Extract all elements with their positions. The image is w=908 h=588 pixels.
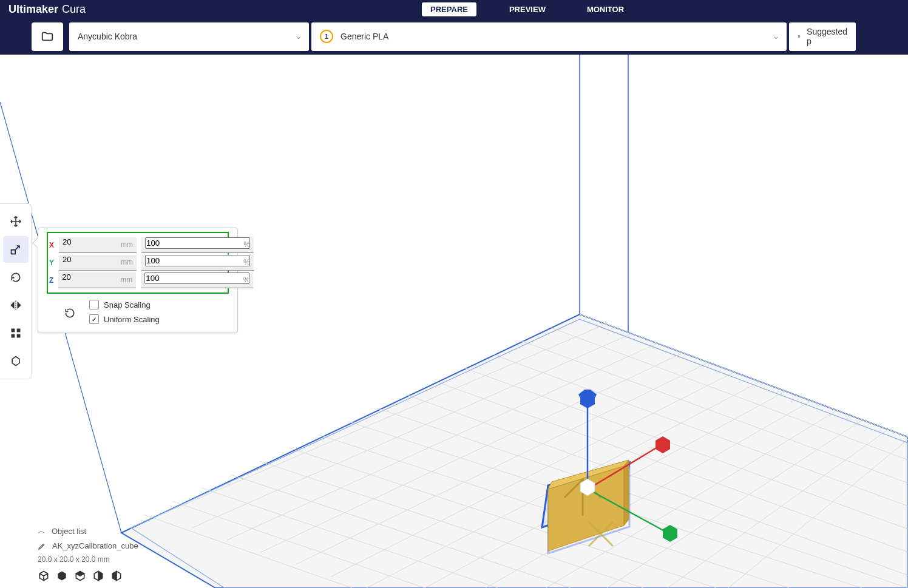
unit-mm: mm <box>121 258 133 266</box>
tool-scale[interactable] <box>3 236 29 263</box>
snap-scaling-checkbox[interactable]: Snap Scaling <box>89 300 160 309</box>
object-list-toggle[interactable]: ︿ Object list <box>38 523 138 539</box>
extruder-badge: 1 <box>320 30 333 43</box>
reset-scale-button[interactable] <box>61 305 78 322</box>
stage-tabs: PREPARE PREVIEW MONITOR <box>422 2 632 16</box>
folder-icon <box>41 30 54 43</box>
scale-y-pct-input[interactable]: % <box>141 255 254 271</box>
uniform-scaling-label: Uniform Scaling <box>104 315 160 324</box>
material-name: Generic PLA <box>340 32 388 41</box>
rotate-icon <box>10 271 22 283</box>
highlighted-region: X mm % Y mm % Z mm % <box>47 232 229 294</box>
view-3d-icon[interactable] <box>38 570 50 582</box>
checkbox-checked-icon <box>89 314 99 324</box>
move-icon <box>10 215 22 228</box>
uniform-scaling-checkbox[interactable]: Uniform Scaling <box>89 314 160 324</box>
view-top-icon[interactable] <box>74 570 86 582</box>
logo-product: Cura <box>62 3 86 16</box>
reset-icon <box>64 307 76 319</box>
object-list-panel: ︿ Object list AK_xyzCalibration_cube 20.… <box>38 523 138 582</box>
scale-options: Snap Scaling Uniform Scaling <box>47 300 229 324</box>
axis-label-x: X <box>49 241 54 249</box>
object-list-item[interactable]: AK_xyzCalibration_cube <box>38 539 138 553</box>
axis-label-y: Y <box>49 259 54 267</box>
tool-support-blocker[interactable] <box>3 348 29 374</box>
scale-panel: X mm % Y mm % Z mm % Snap Scali <box>38 228 238 333</box>
svg-marker-45 <box>624 460 629 525</box>
svg-rect-55 <box>11 329 15 333</box>
chevron-down-icon: ⌵ <box>296 32 300 41</box>
svg-rect-56 <box>16 329 20 333</box>
snap-scaling-label: Snap Scaling <box>104 300 151 309</box>
pencil-icon <box>38 542 46 550</box>
object-list-label: Object list <box>52 527 86 536</box>
print-settings-label: Suggested p <box>807 27 847 46</box>
open-file-button[interactable] <box>32 22 63 51</box>
scale-z-pct-input[interactable]: % <box>141 272 253 288</box>
unit-pct: % <box>243 258 250 266</box>
config-bar: Anycubic Kobra ⌵ 1 Generic PLA ⌵ Suggest… <box>0 18 908 55</box>
tool-mesh-type[interactable] <box>3 320 29 346</box>
printer-name: Anycubic Kobra <box>78 32 137 41</box>
unit-pct: % <box>243 240 250 249</box>
view-left-icon[interactable] <box>92 570 104 582</box>
sliders-icon <box>798 30 801 42</box>
material-dropdown[interactable]: 1 Generic PLA ⌵ <box>311 22 787 51</box>
scale-icon <box>10 243 22 255</box>
logo-brand: Ultimaker <box>8 3 58 16</box>
print-settings-dropdown[interactable]: Suggested p <box>789 22 856 51</box>
scale-z-mm-input[interactable]: mm <box>58 272 136 288</box>
svg-point-4 <box>799 36 800 37</box>
object-name: AK_xyzCalibration_cube <box>52 541 138 550</box>
svg-marker-9 <box>121 314 908 588</box>
app-header: Ultimaker Cura PREPARE PREVIEW MONITOR <box>0 0 908 18</box>
viewport-3d[interactable]: X mm % Y mm % Z mm % Snap Scali <box>0 55 908 588</box>
tool-rotate[interactable] <box>3 264 29 291</box>
chevron-down-icon: ⌵ <box>774 32 778 41</box>
tab-prepare[interactable]: PREPARE <box>422 2 476 16</box>
tab-preview[interactable]: PREVIEW <box>501 2 554 16</box>
transform-toolbar <box>0 203 32 379</box>
scale-y-mm-input[interactable]: mm <box>59 255 137 271</box>
support-blocker-icon <box>10 355 22 367</box>
app-logo: Ultimaker Cura <box>0 3 94 16</box>
view-right-icon[interactable] <box>110 570 123 582</box>
checkbox-icon <box>89 300 99 309</box>
object-dimensions: 20.0 x 20.0 x 20.0 mm <box>38 555 138 564</box>
view-icons-row <box>38 570 138 582</box>
svg-rect-58 <box>16 334 20 338</box>
scale-row-z: Z mm % <box>49 272 226 288</box>
tool-move[interactable] <box>3 208 29 235</box>
scale-row-x: X mm % <box>49 237 226 253</box>
svg-rect-57 <box>11 334 15 338</box>
mesh-icon <box>10 327 22 339</box>
chevron-up-icon: ︿ <box>38 525 46 536</box>
svg-point-5 <box>799 37 799 38</box>
unit-mm: mm <box>120 275 132 284</box>
scale-x-mm-input[interactable]: mm <box>59 237 137 253</box>
unit-mm: mm <box>121 240 133 249</box>
axis-label-z: Z <box>49 276 53 285</box>
view-front-icon[interactable] <box>56 570 68 582</box>
svg-rect-54 <box>11 250 15 254</box>
mirror-icon <box>10 299 22 311</box>
scale-row-y: Y mm % <box>49 255 226 271</box>
svg-point-3 <box>798 35 799 36</box>
printer-dropdown[interactable]: Anycubic Kobra ⌵ <box>69 22 309 51</box>
tab-monitor[interactable]: MONITOR <box>578 2 632 16</box>
scale-x-pct-input[interactable]: % <box>141 237 254 253</box>
tool-mirror[interactable] <box>3 292 29 319</box>
unit-pct: % <box>243 275 250 284</box>
